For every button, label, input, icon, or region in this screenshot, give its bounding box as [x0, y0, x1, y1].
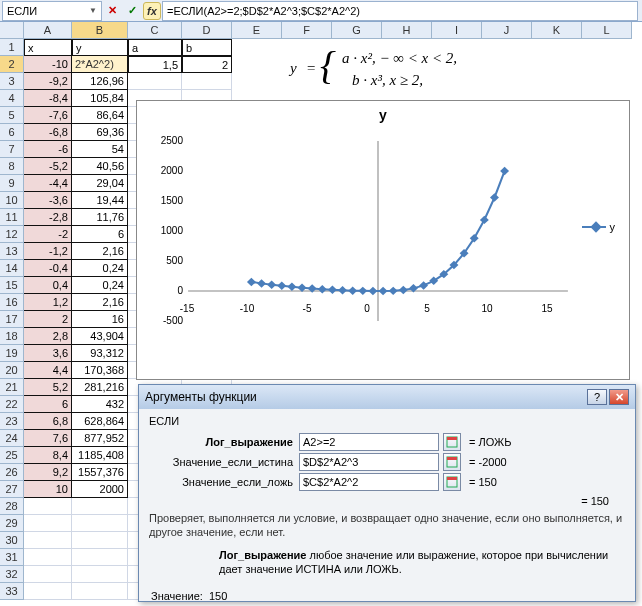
name-box[interactable]: ЕСЛИ ▼ — [2, 1, 102, 21]
cell-B16[interactable]: 2,16 — [72, 294, 128, 311]
cell-D3[interactable] — [182, 73, 232, 90]
cell-B17[interactable]: 16 — [72, 311, 128, 328]
cell-B7[interactable]: 54 — [72, 141, 128, 158]
cell-B3[interactable]: 126,96 — [72, 73, 128, 90]
col-header-G[interactable]: G — [332, 22, 382, 39]
cell-B18[interactable]: 43,904 — [72, 328, 128, 345]
cell-C3[interactable] — [128, 73, 182, 90]
row-header[interactable]: 17 — [0, 311, 24, 328]
arg-input-2[interactable] — [299, 473, 439, 491]
cell-A19[interactable]: 3,6 — [24, 345, 72, 362]
col-header-F[interactable]: F — [282, 22, 332, 39]
col-header-K[interactable]: K — [532, 22, 582, 39]
cell-B4[interactable]: 105,84 — [72, 90, 128, 107]
cell-B27[interactable]: 2000 — [72, 481, 128, 498]
cell-B8[interactable]: 40,56 — [72, 158, 128, 175]
row-header[interactable]: 10 — [0, 192, 24, 209]
col-header-I[interactable]: I — [432, 22, 482, 39]
cell-B28[interactable] — [72, 498, 128, 515]
col-header-J[interactable]: J — [482, 22, 532, 39]
row-header[interactable]: 27 — [0, 481, 24, 498]
cell-D2[interactable]: 2 — [182, 56, 232, 73]
cell-B32[interactable] — [72, 566, 128, 583]
cell-A6[interactable]: -6,8 — [24, 124, 72, 141]
cell-A24[interactable]: 7,6 — [24, 430, 72, 447]
cell-A26[interactable]: 9,2 — [24, 464, 72, 481]
cell-B5[interactable]: 86,64 — [72, 107, 128, 124]
cell-A8[interactable]: -5,2 — [24, 158, 72, 175]
row-header[interactable]: 22 — [0, 396, 24, 413]
cell-A4[interactable]: -8,4 — [24, 90, 72, 107]
row-header[interactable]: 31 — [0, 549, 24, 566]
row-header[interactable]: 8 — [0, 158, 24, 175]
row-header[interactable]: 15 — [0, 277, 24, 294]
range-selector-icon[interactable] — [443, 433, 461, 451]
cell-A15[interactable]: 0,4 — [24, 277, 72, 294]
cell-A30[interactable] — [24, 532, 72, 549]
cell-B20[interactable]: 170,368 — [72, 362, 128, 379]
row-header[interactable]: 3 — [0, 73, 24, 90]
cancel-formula-icon[interactable]: ✕ — [103, 2, 121, 20]
row-header[interactable]: 5 — [0, 107, 24, 124]
col-header-E[interactable]: E — [232, 22, 282, 39]
col-header-C[interactable]: C — [128, 22, 182, 39]
cell-A29[interactable] — [24, 515, 72, 532]
cell-A33[interactable] — [24, 583, 72, 600]
dialog-help-icon[interactable]: ? — [587, 389, 607, 405]
cell-A25[interactable]: 8,4 — [24, 447, 72, 464]
select-all-corner[interactable] — [0, 22, 24, 39]
cell-A28[interactable] — [24, 498, 72, 515]
cell-C2[interactable]: 1,5 — [128, 56, 182, 73]
cell-A9[interactable]: -4,4 — [24, 175, 72, 192]
row-header[interactable]: 9 — [0, 175, 24, 192]
row-header[interactable]: 19 — [0, 345, 24, 362]
formula-input[interactable]: =ЕСЛИ(A2>=2;$D$2*A2^3;$C$2*A2^2) — [162, 1, 638, 21]
cell-A1[interactable]: x — [24, 39, 72, 56]
cell-B9[interactable]: 29,04 — [72, 175, 128, 192]
row-header[interactable]: 18 — [0, 328, 24, 345]
col-header-D[interactable]: D — [182, 22, 232, 39]
cell-A7[interactable]: -6 — [24, 141, 72, 158]
cell-A18[interactable]: 2,8 — [24, 328, 72, 345]
chart[interactable]: y -50005001000150020002500-15-10-5051015… — [136, 100, 630, 380]
cell-B10[interactable]: 19,44 — [72, 192, 128, 209]
cell-B21[interactable]: 281,216 — [72, 379, 128, 396]
cell-A14[interactable]: -0,4 — [24, 260, 72, 277]
cell-B2[interactable]: 2*A2^2) — [72, 56, 128, 73]
cell-A22[interactable]: 6 — [24, 396, 72, 413]
range-selector-icon[interactable] — [443, 473, 461, 491]
cell-B6[interactable]: 69,36 — [72, 124, 128, 141]
row-header[interactable]: 29 — [0, 515, 24, 532]
row-header[interactable]: 2 — [0, 56, 24, 73]
row-header[interactable]: 12 — [0, 226, 24, 243]
cell-B33[interactable] — [72, 583, 128, 600]
row-header[interactable]: 25 — [0, 447, 24, 464]
cell-A27[interactable]: 10 — [24, 481, 72, 498]
cell-B29[interactable] — [72, 515, 128, 532]
dialog-titlebar[interactable]: Аргументы функции ? ✕ — [139, 385, 635, 409]
cell-A17[interactable]: 2 — [24, 311, 72, 328]
cell-B13[interactable]: 2,16 — [72, 243, 128, 260]
cell-A23[interactable]: 6,8 — [24, 413, 72, 430]
cell-B23[interactable]: 628,864 — [72, 413, 128, 430]
row-header[interactable]: 13 — [0, 243, 24, 260]
row-header[interactable]: 16 — [0, 294, 24, 311]
arg-input-0[interactable] — [299, 433, 439, 451]
row-header[interactable]: 11 — [0, 209, 24, 226]
row-header[interactable]: 4 — [0, 90, 24, 107]
row-header[interactable]: 14 — [0, 260, 24, 277]
col-header-B[interactable]: B — [72, 22, 128, 39]
cell-A2[interactable]: -10 — [24, 56, 72, 73]
row-header[interactable]: 32 — [0, 566, 24, 583]
row-header[interactable]: 30 — [0, 532, 24, 549]
cell-B12[interactable]: 6 — [72, 226, 128, 243]
cell-B26[interactable]: 1557,376 — [72, 464, 128, 481]
name-box-dropdown-icon[interactable]: ▼ — [89, 6, 97, 15]
accept-formula-icon[interactable]: ✓ — [123, 2, 141, 20]
cell-D1[interactable]: b — [182, 39, 232, 56]
cell-A12[interactable]: -2 — [24, 226, 72, 243]
cell-A3[interactable]: -9,2 — [24, 73, 72, 90]
cell-A16[interactable]: 1,2 — [24, 294, 72, 311]
cell-A32[interactable] — [24, 566, 72, 583]
row-header[interactable]: 20 — [0, 362, 24, 379]
